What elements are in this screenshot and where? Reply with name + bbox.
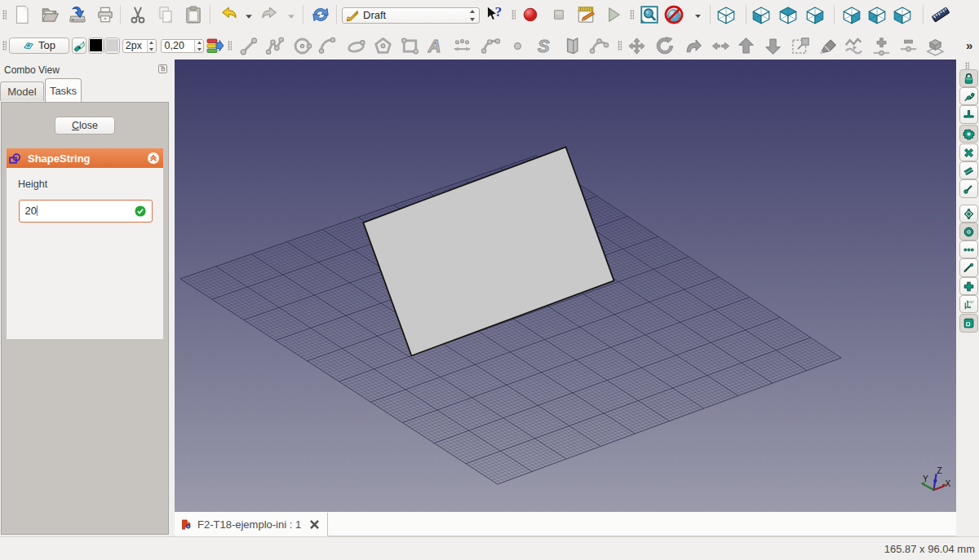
svg-text:S: S (538, 35, 550, 55)
svg-text:?: ? (495, 4, 503, 20)
svg-text:A: A (427, 35, 441, 55)
svg-text:Y: Y (923, 474, 928, 483)
svg-text:X: X (946, 479, 951, 488)
svg-text:Z: Z (937, 466, 942, 475)
